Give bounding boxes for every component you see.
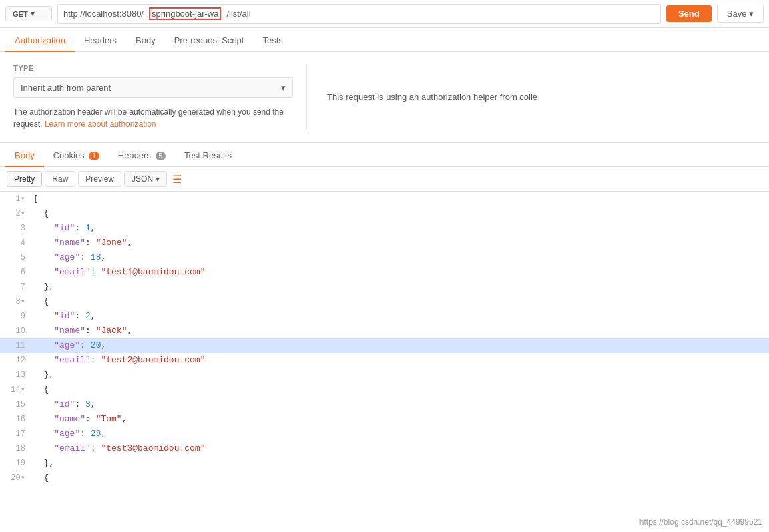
line-content: "email": "test1@baomidou.com"	[33, 265, 769, 280]
raw-button[interactable]: Raw	[45, 171, 75, 187]
line-number: 11	[0, 338, 33, 353]
line-content: "id": 1,	[33, 221, 769, 236]
format-type-label: JSON	[132, 174, 153, 184]
url-suffix: /list/all	[221, 9, 256, 19]
line-number: 3	[0, 221, 33, 236]
line-number: 12	[0, 353, 33, 368]
code-line: 17 "age": 28,	[0, 427, 769, 441]
auth-right-text: This request is using an authorization h…	[327, 92, 537, 102]
line-number: 10	[0, 324, 33, 338]
wrap-icon[interactable]: ☰	[170, 173, 184, 186]
code-line: 15 "id": 3,	[0, 397, 769, 412]
auth-section: TYPE Inherit auth from parent ▾ The auth…	[0, 52, 769, 143]
line-content: "email": "test3@baomidou.com"	[33, 441, 769, 456]
code-line: 14▾ {	[0, 382, 769, 397]
line-number: 8▾	[0, 294, 33, 309]
code-line: 10 "name": "Jack",	[0, 324, 769, 338]
auth-learn-more-link[interactable]: Learn more about authorization	[45, 119, 156, 129]
type-select[interactable]: Inherit auth from parent ▾	[13, 77, 293, 98]
code-line: 20▾ {	[0, 471, 769, 485]
line-content: {	[33, 382, 769, 397]
url-highlight: springboot-jar-wa	[149, 7, 221, 20]
format-type-select[interactable]: JSON ▾	[124, 171, 167, 187]
method-arrow: ▾	[31, 9, 35, 18]
url-prefix: http://localhost:8080/	[58, 9, 149, 19]
code-line: 16 "name": "Tom",	[0, 412, 769, 427]
line-number: 17	[0, 427, 33, 441]
auth-right: This request is using an authorization h…	[307, 64, 756, 130]
line-content: {	[33, 471, 769, 485]
response-tabs: Body Cookies 1 Headers 5 Test Results	[0, 143, 769, 167]
resp-tab-body[interactable]: Body	[5, 145, 44, 167]
line-content: "email": "test2@baomidou.com"	[33, 353, 769, 368]
send-button[interactable]: Send	[666, 5, 712, 22]
watermark: https://blog.csdn.net/qq_44999521	[639, 517, 762, 527]
tab-headers[interactable]: Headers	[75, 30, 126, 52]
code-line: 1▾[	[0, 192, 769, 206]
code-line: 5 "age": 18,	[0, 250, 769, 265]
line-content: },	[33, 368, 769, 382]
line-number: 19	[0, 456, 33, 471]
tab-prerequest[interactable]: Pre-request Script	[165, 30, 254, 52]
method-label: GET	[13, 10, 28, 18]
line-number: 2▾	[0, 206, 33, 221]
cookies-badge: 1	[89, 152, 99, 160]
line-content: "name": "Tom",	[33, 412, 769, 427]
line-number: 16	[0, 412, 33, 427]
line-content: "name": "Jack",	[33, 324, 769, 338]
tab-authorization[interactable]: Authorization	[5, 30, 75, 52]
line-number: 7	[0, 280, 33, 294]
line-content: "id": 2,	[33, 309, 769, 324]
line-content: "age": 28,	[33, 427, 769, 441]
line-content: "age": 18,	[33, 250, 769, 265]
line-content: {	[33, 294, 769, 309]
request-tabs: Authorization Headers Body Pre-request S…	[0, 28, 769, 52]
line-number: 13	[0, 368, 33, 382]
line-number: 15	[0, 397, 33, 412]
line-content: {	[33, 206, 769, 221]
type-value: Inherit auth from parent	[21, 83, 111, 93]
code-line: 18 "email": "test3@baomidou.com"	[0, 441, 769, 456]
tab-body[interactable]: Body	[126, 30, 165, 52]
auth-left: TYPE Inherit auth from parent ▾ The auth…	[13, 64, 307, 130]
format-bar: Pretty Raw Preview JSON ▾ ☰	[0, 167, 769, 192]
headers-badge: 5	[156, 152, 166, 160]
code-line: 11 "age": 20,	[0, 338, 769, 353]
pretty-button[interactable]: Pretty	[7, 171, 42, 187]
line-number: 20▾	[0, 471, 33, 485]
code-line: 8▾ {	[0, 294, 769, 309]
line-content: "age": 20,	[33, 338, 769, 353]
code-line: 7 },	[0, 280, 769, 294]
save-button[interactable]: Save ▾	[717, 5, 764, 23]
line-number: 4	[0, 236, 33, 250]
code-line: 4 "name": "Jone",	[0, 236, 769, 250]
line-number: 5	[0, 250, 33, 265]
type-arrow: ▾	[281, 83, 286, 93]
type-label: TYPE	[13, 64, 293, 72]
code-line: 19 },	[0, 456, 769, 471]
method-select[interactable]: GET ▾	[5, 6, 52, 21]
code-line: 2▾ {	[0, 206, 769, 221]
url-bar: GET ▾ http://localhost:8080/springboot-j…	[0, 0, 769, 28]
line-content: "id": 3,	[33, 397, 769, 412]
line-number: 6	[0, 265, 33, 280]
code-line: 3 "id": 1,	[0, 221, 769, 236]
resp-tab-cookies[interactable]: Cookies 1	[44, 145, 109, 167]
code-line: 12 "email": "test2@baomidou.com"	[0, 353, 769, 368]
line-number: 9	[0, 309, 33, 324]
preview-button[interactable]: Preview	[78, 171, 121, 187]
tab-tests[interactable]: Tests	[253, 30, 292, 52]
line-content: },	[33, 280, 769, 294]
code-view[interactable]: 1▾[2▾ {3 "id": 1,4 "name": "Jone",5 "age…	[0, 192, 769, 485]
url-input[interactable]: http://localhost:8080/springboot-jar-wa/…	[57, 4, 661, 24]
code-line: 13 },	[0, 368, 769, 382]
line-content: },	[33, 456, 769, 471]
format-type-arrow: ▾	[156, 174, 160, 184]
line-number: 18	[0, 441, 33, 456]
line-content: "name": "Jone",	[33, 236, 769, 250]
line-content: [	[33, 192, 769, 206]
code-line: 6 "email": "test1@baomidou.com"	[0, 265, 769, 280]
auth-description: The authorization header will be automat…	[13, 106, 293, 130]
resp-tab-headers[interactable]: Headers 5	[109, 145, 175, 167]
resp-tab-testresults[interactable]: Test Results	[175, 145, 241, 167]
